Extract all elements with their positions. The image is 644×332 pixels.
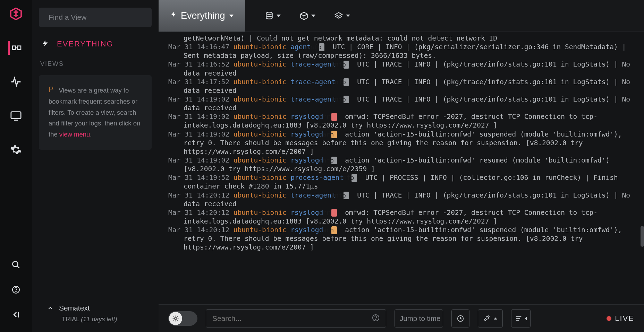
log-service: rsyslogd xyxy=(290,226,323,234)
svg-point-16 xyxy=(266,12,272,15)
search-input[interactable] xyxy=(212,314,372,323)
log-host: ubuntu-bionic xyxy=(234,43,287,51)
log-service: rsyslogd xyxy=(290,156,323,164)
log-service: trace-agent xyxy=(290,78,335,86)
theme-toggle[interactable] xyxy=(168,311,197,326)
app-brand-row[interactable]: Sematext xyxy=(47,304,150,312)
nav-containers-icon[interactable] xyxy=(8,41,22,55)
svg-marker-15 xyxy=(171,12,176,17)
cube-dropdown[interactable] xyxy=(299,11,315,20)
trial-label: TRIAL xyxy=(62,316,81,323)
log-level-badge: info xyxy=(344,96,349,104)
log-host: ubuntu-bionic xyxy=(234,174,287,182)
log-line[interactable]: Mar 31 14:19:02 ubuntu-bionic trace-agen… xyxy=(168,95,634,112)
log-host: ubuntu-bionic xyxy=(234,60,287,68)
jump-to-time[interactable]: Jump to time xyxy=(395,309,443,327)
bolt-icon xyxy=(170,10,177,21)
help-icon[interactable] xyxy=(372,314,380,323)
log-host: ubuntu-bionic xyxy=(234,209,287,217)
trial-info: TRIAL (11 days left) xyxy=(62,316,150,323)
log-service: rsyslogd xyxy=(290,209,323,217)
log-line[interactable]: Mar 31 14:19:02 ubuntu-bionic rsyslogd e… xyxy=(168,112,634,130)
log-service: rsyslogd xyxy=(290,130,323,138)
nav-settings-icon[interactable] xyxy=(9,143,23,157)
chevron-up-icon xyxy=(494,317,497,320)
log-level-badge: err xyxy=(331,113,337,121)
log-line[interactable]: Mar 31 14:19:02 ubuntu-bionic rsyslogd i… xyxy=(168,156,634,173)
log-line[interactable]: Mar 31 14:20:12 ubuntu-bionic rsyslogd w… xyxy=(168,226,634,252)
nav-collapse-icon[interactable] xyxy=(9,308,23,322)
current-view-row[interactable]: EVERYTHING xyxy=(42,39,152,49)
live-indicator[interactable]: LIVE xyxy=(607,314,634,323)
chevron-down-icon xyxy=(311,15,315,17)
svg-marker-14 xyxy=(43,41,48,46)
nav-help-icon[interactable] xyxy=(9,283,23,297)
svg-line-28 xyxy=(177,316,178,317)
log-line[interactable]: Mar 31 14:17:52 ubuntu-bionic trace-agen… xyxy=(168,78,634,95)
log-timestamp: Mar 31 14:16:47 xyxy=(168,43,229,51)
wrench-icon xyxy=(483,315,491,322)
log-level-badge: info xyxy=(331,157,337,165)
log-service: trace-agent xyxy=(290,60,335,68)
log-level-badge: info xyxy=(344,192,349,200)
sort-dropdown[interactable] xyxy=(511,309,531,327)
svg-line-10 xyxy=(17,266,19,268)
clock-icon xyxy=(457,315,464,322)
svg-line-26 xyxy=(177,320,178,321)
log-line[interactable]: Mar 31 14:19:52 ubuntu-bionic process-ag… xyxy=(168,173,634,191)
flag-icon xyxy=(49,87,57,94)
top-toolbar: Everything xyxy=(159,0,644,32)
live-dot-icon xyxy=(607,316,611,321)
log-viewer[interactable]: getNetworkMeta) | Could not get network … xyxy=(159,32,644,304)
log-line[interactable]: getNetworkMeta) | Could not get network … xyxy=(168,34,634,43)
nav-search-icon[interactable] xyxy=(9,258,23,272)
app-logo[interactable] xyxy=(9,7,23,21)
search-box[interactable] xyxy=(206,309,386,327)
layers-dropdown[interactable] xyxy=(334,11,350,20)
log-line[interactable]: Mar 31 14:16:47 ubuntu-bionic agent info… xyxy=(168,43,634,60)
live-label: LIVE xyxy=(615,314,634,323)
log-service: trace-agent xyxy=(290,95,335,103)
main-panel: Everything getNetworkMeta) | Could not g… xyxy=(159,0,644,332)
current-view-label: EVERYTHING xyxy=(57,40,113,49)
log-timestamp: Mar 31 14:19:52 xyxy=(168,174,229,182)
log-service: trace-agent xyxy=(290,191,335,199)
find-view-input[interactable]: Find a View xyxy=(39,8,152,27)
log-host: ubuntu-bionic xyxy=(234,156,287,164)
tools-dropdown[interactable] xyxy=(478,309,503,327)
nav-monitor-icon[interactable] xyxy=(9,109,23,123)
log-line[interactable]: Mar 31 14:20:12 ubuntu-bionic rsyslogd e… xyxy=(168,208,634,226)
trial-remaining: (11 days left) xyxy=(81,316,117,323)
views-tip-prefix: Views are a great way to bookmark freque… xyxy=(49,87,140,138)
log-host: ubuntu-bionic xyxy=(234,226,287,234)
brand-label: Sematext xyxy=(59,304,90,312)
svg-line-25 xyxy=(173,316,174,317)
svg-point-9 xyxy=(12,261,18,267)
log-timestamp: Mar 31 14:19:02 xyxy=(168,156,229,164)
view-dropdown[interactable]: Everything xyxy=(159,0,245,32)
svg-point-30 xyxy=(375,319,376,320)
views-heading: VIEWS xyxy=(40,60,152,68)
svg-marker-19 xyxy=(335,12,342,16)
log-level-badge: info xyxy=(319,43,324,51)
log-level-badge: info xyxy=(344,78,349,86)
svg-rect-5 xyxy=(18,46,21,50)
nav-pulse-icon[interactable] xyxy=(9,75,23,89)
log-host: ubuntu-bionic xyxy=(234,78,287,86)
log-timestamp: Mar 31 14:20:12 xyxy=(168,191,229,199)
svg-line-27 xyxy=(173,320,174,321)
bottom-toolbar: Jump to time LIVE xyxy=(159,304,644,332)
clock-button[interactable] xyxy=(451,309,469,327)
svg-rect-4 xyxy=(12,46,16,50)
database-dropdown[interactable] xyxy=(265,11,281,20)
scrollbar-thumb[interactable] xyxy=(641,226,644,247)
sun-icon xyxy=(169,312,182,325)
log-line[interactable]: Mar 31 14:20:12 ubuntu-bionic trace-agen… xyxy=(168,191,634,208)
log-line[interactable]: Mar 31 14:16:52 ubuntu-bionic trace-agen… xyxy=(168,60,634,77)
views-sidebar: Find a View EVERYTHING VIEWS Views are a… xyxy=(32,0,159,332)
database-icon xyxy=(265,11,274,20)
log-line[interactable]: Mar 31 14:19:02 ubuntu-bionic rsyslogd w… xyxy=(168,130,634,156)
log-level-badge: info xyxy=(351,174,357,182)
views-tip-link[interactable]: view menu xyxy=(59,131,90,138)
app-branding: Sematext TRIAL (11 days left) xyxy=(39,304,152,325)
